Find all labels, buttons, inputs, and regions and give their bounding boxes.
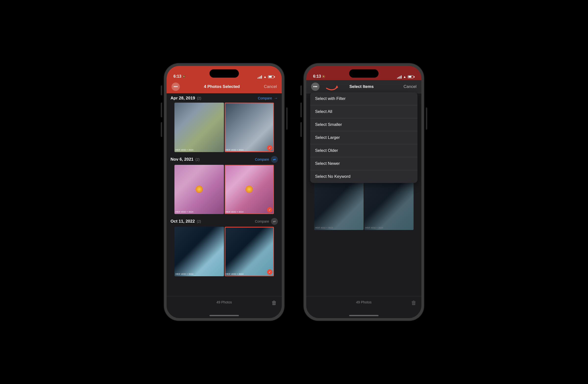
dropdown-item-select-with-filter[interactable]: Select with Filter — [310, 92, 418, 105]
status-icons-2: ▲ — [397, 75, 415, 79]
photo-cell-3-2[interactable]: HEIF 4032 × 3024 ✓ — [225, 227, 274, 276]
power-button-2[interactable] — [426, 107, 427, 130]
sort-button-2[interactable]: ⇌ — [271, 156, 278, 163]
dynamic-island — [210, 69, 239, 78]
photo-label-2-1: HEIF 4032 × 3024 — [175, 211, 193, 213]
photo-cell-p2-1: HEIF 4032 × 3024 — [314, 181, 364, 230]
dropdown-item-select-no-keyword[interactable]: Select No Keyword — [310, 170, 418, 183]
dropdown-item-select-smaller[interactable]: Select Smaller — [310, 118, 418, 131]
date-label-2: Nov 6, 2021 — [170, 157, 193, 162]
flower-center-1 — [195, 186, 203, 193]
sort-button-3[interactable]: ⇌ — [271, 218, 278, 225]
phone-2: 6:13 🔕 ▲ — [304, 63, 424, 321]
photo-cell-3-1[interactable]: HEIF 4032 × 3024 — [174, 227, 224, 276]
mute-button[interactable] — [161, 85, 162, 95]
status-time: 6:13 🔕 — [173, 74, 186, 79]
status-time-2: 6:13 🔕 — [313, 74, 325, 79]
volume-down-button-2[interactable] — [300, 122, 302, 137]
date-header-2: Nov 6, 2021 (2) Compare ⇌ — [170, 156, 278, 163]
phone-1: 6:13 🔕 ▲ — [164, 63, 284, 321]
phone-frame-2: 6:13 🔕 ▲ — [304, 63, 424, 321]
cancel-button-2[interactable]: Cancel — [403, 84, 417, 89]
bell-icon-2: 🔕 — [322, 75, 325, 78]
photo-grid-1: HEIF 4032 × 3024 HEIF 4032 × 3024 ✓ — [170, 103, 278, 152]
photo-label-2-2: HEIF 4032 × 3024 — [226, 211, 244, 213]
compare-button-3[interactable]: Compare — [255, 220, 269, 223]
battery-icon-2 — [408, 75, 415, 78]
date-actions-3: Compare ⇌ — [255, 218, 278, 225]
content-area: Apr 28, 2019 (2) Compare → HEIF 4032 × 3… — [167, 93, 282, 296]
compare-button-2[interactable]: Compare — [255, 158, 269, 162]
nav-title-2: Select Items — [349, 84, 374, 89]
photo-cell-1-1[interactable]: HEIF 4032 × 3024 — [174, 103, 224, 152]
photo-grid-2: HEIF 4032 × 3024 HEIF 4032 × 3024 ✓ — [170, 165, 278, 214]
home-indicator — [210, 315, 239, 316]
wifi-icon: ▲ — [263, 75, 267, 79]
check-badge-1-2: ✓ — [267, 145, 273, 151]
date-header-3: Oct 11, 2022 (2) Compare ⇌ — [170, 218, 278, 225]
date-count-3: (2) — [197, 220, 201, 223]
compare-button-1[interactable]: Compare — [258, 96, 272, 100]
dropdown-item-select-all[interactable]: Select All — [310, 105, 418, 118]
photo-label-1-1: HEIF 4032 × 3024 — [175, 149, 193, 151]
date-label-1: Apr 28, 2019 — [170, 96, 195, 101]
date-label-3: Oct 11, 2022 — [170, 219, 195, 224]
menu-button[interactable]: ••• — [171, 82, 180, 91]
photo-label-p2-1: HEIF 4032 × 3024 — [315, 226, 333, 229]
photo-cell-2-1[interactable]: HEIF 4032 × 3024 — [174, 165, 224, 214]
phone-screen-2: 6:13 🔕 ▲ — [306, 66, 421, 318]
dots-icon-2: ••• — [313, 84, 317, 89]
nav-bar: ••• 4 Photos Selected Cancel — [167, 80, 282, 93]
dropdown-menu: Select with Filter Select All Select Sma… — [310, 92, 418, 183]
signal-icon-2 — [397, 75, 401, 79]
photo-grid-p2: HEIF 4032 × 3024 HEIF 4032 × 3024 — [310, 181, 418, 230]
date-group-2: Nov 6, 2021 (2) Compare ⇌ HEIF 4032 × 30… — [167, 154, 282, 216]
nav-title: 4 Photos Selected — [204, 84, 240, 89]
dropdown-item-select-larger[interactable]: Select Larger — [310, 131, 418, 144]
mute-button-2[interactable] — [300, 85, 302, 95]
trash-icon-2[interactable]: 🗑 — [411, 300, 417, 306]
flower-center-2 — [246, 186, 253, 193]
photo-label-3-1: HEIF 4032 × 3024 — [175, 273, 193, 275]
home-indicator-2 — [349, 315, 378, 316]
photo-cell-1-2[interactable]: HEIF 4032 × 3024 ✓ — [225, 103, 274, 152]
cancel-button[interactable]: Cancel — [264, 84, 277, 89]
photo-grid-3: HEIF 4032 × 3024 HEIF 4032 × 3024 ✓ — [170, 227, 278, 276]
dropdown-item-select-older[interactable]: Select Older — [310, 144, 418, 157]
dropdown-item-select-newer[interactable]: Select Newer — [310, 157, 418, 170]
photo-label-3-2: HEIF 4032 × 3024 — [226, 273, 244, 275]
battery-icon — [268, 75, 275, 78]
date-group-1: Apr 28, 2019 (2) Compare → HEIF 4032 × 3… — [167, 93, 282, 154]
wifi-icon-2: ▲ — [403, 75, 406, 79]
nav-bar-2: ••• Select Items Cancel — [306, 80, 421, 93]
photo-cell-p2-2: HEIF 4032 × 3024 — [364, 181, 414, 230]
time-label-2: 6:13 — [313, 74, 321, 79]
power-button[interactable] — [286, 107, 288, 130]
photo-count: 49 Photos — [216, 300, 232, 304]
volume-up-button[interactable] — [161, 103, 162, 117]
phone-frame: 6:13 🔕 ▲ — [164, 63, 284, 321]
photo-label-p2-2: HEIF 4032 × 3024 — [365, 226, 383, 229]
volume-up-button-2[interactable] — [300, 103, 302, 117]
arrow-icon-1: → — [274, 96, 278, 101]
date-header-1: Apr 28, 2019 (2) Compare → — [170, 96, 278, 101]
status-icons: ▲ — [257, 75, 275, 79]
date-group-3: Oct 11, 2022 (2) Compare ⇌ HEIF 4032 × 3… — [167, 216, 282, 278]
trash-icon[interactable]: 🗑 — [272, 300, 277, 306]
dots-icon: ••• — [174, 84, 178, 89]
dynamic-island-2 — [349, 69, 378, 78]
phone-screen: 6:13 🔕 ▲ — [167, 66, 282, 318]
date-actions-1: Compare → — [258, 96, 278, 101]
date-count-1: (2) — [197, 96, 201, 100]
date-actions-2: Compare ⇌ — [255, 156, 278, 163]
date-count-2: (2) — [195, 158, 200, 162]
menu-button-2[interactable]: ••• — [311, 82, 319, 91]
time-label: 6:13 — [173, 74, 181, 79]
bell-icon: 🔕 — [182, 75, 186, 78]
signal-icon — [257, 75, 262, 79]
volume-down-button[interactable] — [161, 122, 162, 137]
check-badge-3-2: ✓ — [267, 269, 273, 275]
photo-cell-2-2[interactable]: HEIF 4032 × 3024 ✓ — [225, 165, 274, 214]
photo-count-2: 49 Photos — [356, 300, 371, 304]
photo-label-1-2: HEIF 4032 × 3024 — [226, 149, 244, 151]
